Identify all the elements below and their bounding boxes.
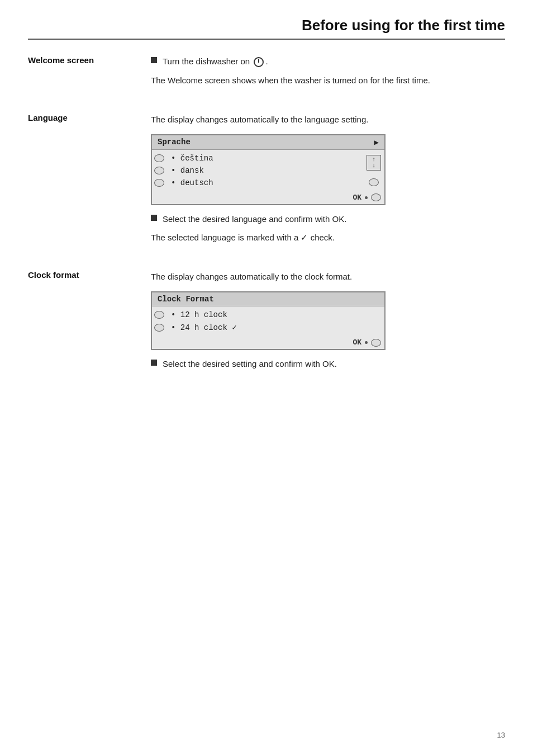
welcome-screen-label: Welcome screen	[28, 55, 94, 65]
bullet-square-icon	[151, 57, 157, 63]
language-label-col: Language	[28, 113, 151, 253]
page-title: Before using for the first time	[302, 17, 505, 34]
clock-format-ok-label: OK	[353, 338, 361, 347]
language-label: Language	[28, 113, 68, 122]
language-right-controls: ↑ ↓	[363, 150, 384, 191]
welcome-screen-label-col: Welcome screen	[28, 55, 151, 95]
language-left-btn-3[interactable]	[154, 179, 164, 187]
language-left-buttons	[152, 150, 166, 191]
clock-left-btn-1[interactable]	[154, 311, 164, 319]
language-left-btn-2[interactable]	[154, 167, 164, 174]
bullet-square-icon-2	[151, 215, 157, 221]
clock-format-display-rows: • 12 h clock • 24 h clock ✓	[152, 306, 384, 336]
clock-item-1: • 12 h clock	[171, 309, 380, 321]
arrow-down-icon: ↓	[372, 163, 376, 169]
title-bar: Before using for the first time	[28, 17, 505, 40]
arrow-up-icon: ↑	[372, 157, 376, 163]
page-container: Before using for the first time Welcome …	[0, 0, 533, 428]
welcome-screen-section: Welcome screen Turn the dishwasher on . …	[28, 55, 505, 95]
clock-format-bullet-1: Select the desired setting and confirm w…	[151, 358, 505, 371]
language-display-rows: • čeština • dansk • deutsch ↑ ↓	[152, 150, 384, 191]
language-ok-row: OK	[152, 191, 384, 204]
clock-item-2: • 24 h clock ✓	[171, 321, 380, 334]
language-bullet-text: Select the desired language and confirm …	[163, 213, 346, 226]
language-bullet-1: Select the desired language and confirm …	[151, 213, 505, 226]
power-icon	[254, 57, 264, 67]
clock-ok-dot-icon	[365, 341, 368, 344]
language-item-2: • dansk	[171, 164, 359, 177]
clock-format-display-items: • 12 h clock • 24 h clock ✓	[166, 306, 384, 336]
welcome-bullet-1: Turn the dishwasher on .	[151, 55, 505, 68]
welcome-bullet-text: Turn the dishwasher on .	[163, 55, 268, 68]
language-item-3: • deutsch	[171, 177, 359, 189]
language-display-items: • čeština • dansk • deutsch	[166, 150, 363, 191]
clock-format-ok-button[interactable]	[371, 339, 381, 347]
language-section: Language The display changes automatical…	[28, 113, 505, 253]
language-note: The selected language is marked with a ✓…	[151, 231, 505, 244]
clock-format-label-col: Clock format	[28, 270, 151, 376]
clock-format-display-title: Clock Format	[152, 292, 384, 306]
language-display-title: Sprache ▶	[152, 135, 384, 150]
clock-format-description: The display changes automatically to the…	[151, 270, 505, 284]
language-content: The display changes automatically to the…	[151, 113, 505, 253]
ok-dot-icon	[365, 196, 368, 199]
language-right-btn[interactable]	[369, 178, 379, 186]
language-description: The display changes automatically to the…	[151, 113, 505, 126]
language-ok-label: OK	[353, 193, 361, 202]
welcome-description: The Welcome screen shows when the washer…	[151, 74, 505, 87]
language-arrow-block: ↑ ↓	[367, 155, 381, 171]
language-display-box: Sprache ▶ • čeština • dansk • deutsch	[151, 134, 386, 205]
welcome-screen-content: Turn the dishwasher on . The Welcome scr…	[151, 55, 505, 95]
language-item-1: • čeština	[171, 152, 359, 164]
clock-format-display-title-text: Clock Format	[158, 295, 214, 304]
clock-format-content: The display changes automatically to the…	[151, 270, 505, 376]
language-cursor-symbol: ▶	[374, 138, 379, 147]
clock-format-label: Clock format	[28, 270, 79, 280]
clock-format-ok-row: OK	[152, 336, 384, 349]
language-ok-button[interactable]	[371, 193, 381, 201]
language-left-btn-1[interactable]	[154, 154, 164, 162]
page-number: 13	[497, 731, 505, 739]
clock-format-bullet-text: Select the desired setting and confirm w…	[163, 358, 337, 371]
clock-format-section: Clock format The display changes automat…	[28, 270, 505, 376]
bullet-square-icon-3	[151, 360, 157, 366]
clock-format-display-box: Clock Format • 12 h clock • 24 h clock ✓…	[151, 291, 386, 350]
clock-format-left-buttons	[152, 306, 166, 336]
language-display-title-text: Sprache	[158, 138, 191, 147]
clock-left-btn-2[interactable]	[154, 324, 164, 332]
